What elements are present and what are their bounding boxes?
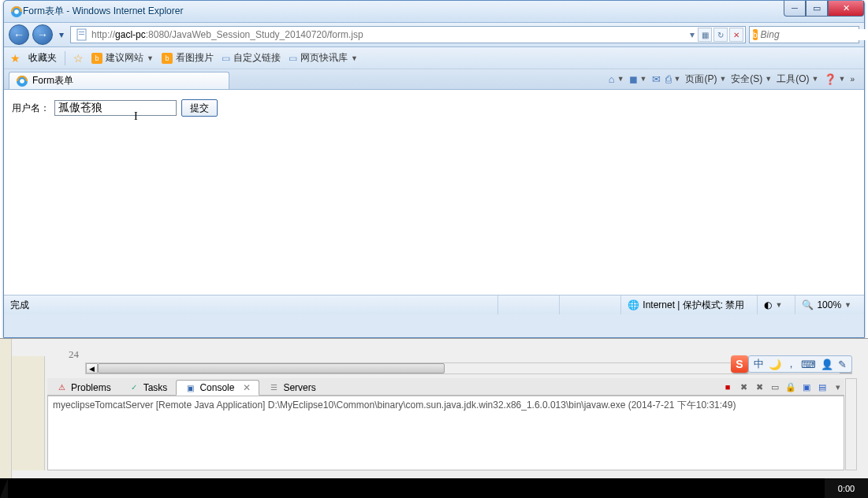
fav-image-search[interactable]: b看图搜片 bbox=[162, 51, 214, 65]
tab-form[interactable]: Form表单 bbox=[9, 72, 229, 89]
zoom-icon: 🔍 bbox=[802, 299, 814, 310]
console-line: myeclipseTomcatServer [Remote Java Appli… bbox=[53, 400, 736, 411]
stop-icon[interactable]: ✕ bbox=[729, 28, 743, 42]
dropdown-icon: ▼ bbox=[147, 54, 154, 62]
window-title: Form表单 - Windows Internet Explorer bbox=[23, 5, 784, 18]
svg-point-6 bbox=[20, 79, 24, 84]
remove-launch-icon[interactable]: ✖ bbox=[737, 381, 750, 393]
search-input[interactable] bbox=[761, 29, 868, 40]
maximize-button[interactable]: ▭ bbox=[806, 1, 828, 17]
rss-icon: ▭ bbox=[289, 53, 297, 64]
forward-button[interactable]: → bbox=[32, 24, 53, 45]
expand-icon[interactable]: » bbox=[850, 75, 855, 84]
submit-button[interactable]: 提交 bbox=[181, 99, 218, 117]
console-icon: ▣ bbox=[184, 382, 196, 393]
page-icon bbox=[76, 28, 88, 41]
status-cell bbox=[559, 295, 614, 314]
svg-point-1 bbox=[14, 9, 19, 14]
console-toolbar: ■ ✖ ✖ ▭ 🔒 ▣ ▤ ▾ bbox=[721, 378, 844, 396]
add-favorite-icon[interactable]: ☆ bbox=[73, 52, 84, 65]
page-menu[interactable]: 页面(P)▼ bbox=[685, 72, 726, 86]
mail-button[interactable]: ✉ bbox=[652, 73, 661, 85]
ie-browser-window: Form表单 - Windows Internet Explorer ─ ▭ ✕… bbox=[3, 0, 865, 338]
bing-icon: b bbox=[162, 53, 173, 64]
ime-keyboard-icon[interactable]: ⌨ bbox=[801, 359, 816, 370]
protected-mode-toggle[interactable]: ◐▼ bbox=[757, 295, 788, 314]
open-console-icon[interactable]: ▾ bbox=[832, 381, 844, 393]
safety-menu[interactable]: 安全(S)▼ bbox=[731, 72, 772, 86]
back-button[interactable]: ← bbox=[9, 24, 29, 45]
zone-info[interactable]: 🌐Internet | 保护模式: 禁用 bbox=[620, 295, 751, 314]
mail-icon: ✉ bbox=[652, 73, 661, 85]
scroll-left-icon[interactable]: ◀ bbox=[86, 363, 98, 374]
remove-all-icon[interactable]: ✖ bbox=[753, 381, 766, 393]
home-icon: ⌂ bbox=[609, 73, 615, 85]
favorites-star-icon[interactable]: ★ bbox=[10, 52, 20, 65]
ime-badge[interactable]: S bbox=[731, 355, 748, 373]
ime-cn-icon[interactable]: 中 bbox=[754, 357, 764, 371]
shield-icon: ◐ bbox=[764, 299, 772, 310]
tab-problems[interactable]: ⚠Problems bbox=[47, 379, 120, 395]
ie-icon bbox=[16, 75, 28, 87]
globe-icon: 🌐 bbox=[628, 299, 639, 310]
page-icon: ▭ bbox=[222, 53, 230, 64]
command-bar: ⌂▼ ◼▼ ✉ ⎙▼ 页面(P)▼ 安全(S)▼ 工具(O)▼ ❓▼ » bbox=[609, 69, 859, 89]
ime-settings-icon[interactable]: ✎ bbox=[838, 359, 847, 370]
close-icon[interactable]: ✕ bbox=[243, 382, 251, 393]
tab-servers[interactable]: ☰Servers bbox=[259, 379, 324, 395]
editor-line-number: 24 bbox=[47, 348, 79, 361]
ie-icon bbox=[10, 6, 23, 18]
help-icon: ❓ bbox=[824, 73, 836, 85]
scroll-lock-icon[interactable]: 🔒 bbox=[784, 381, 797, 393]
taskbar[interactable]: 0:00 bbox=[0, 478, 868, 498]
username-input[interactable] bbox=[54, 100, 177, 116]
status-cell bbox=[497, 295, 553, 314]
fav-suggest-sites[interactable]: b建议网站▼ bbox=[91, 51, 154, 65]
console-output[interactable]: myeclipseTomcatServer [Remote Java Appli… bbox=[47, 396, 844, 470]
rss-icon: ◼ bbox=[629, 73, 638, 85]
ide-ruler-gutter bbox=[12, 356, 45, 470]
terminate-icon[interactable]: ■ bbox=[721, 381, 734, 393]
taskbar-clock[interactable]: 0:00 bbox=[825, 478, 868, 498]
refresh-icon[interactable]: ↻ bbox=[713, 28, 728, 42]
ime-moon-icon[interactable]: 🌙 bbox=[769, 359, 781, 370]
nav-toolbar: ← → ▾ http://gacl-pc:8080/JavaWeb_Sessio… bbox=[4, 23, 864, 47]
taskbar-notch bbox=[0, 478, 8, 498]
scroll-track[interactable] bbox=[98, 363, 840, 374]
pin-console-icon[interactable]: ▣ bbox=[800, 381, 813, 393]
problems-icon: ⚠ bbox=[56, 382, 67, 393]
help-button[interactable]: ❓▼ bbox=[824, 73, 846, 85]
fav-custom-links[interactable]: ▭自定义链接 bbox=[222, 51, 281, 65]
tab-tasks[interactable]: ✓Tasks bbox=[120, 379, 177, 395]
minimize-button[interactable]: ─ bbox=[784, 1, 806, 17]
clear-console-icon[interactable]: ▭ bbox=[769, 381, 781, 393]
compat-view-icon[interactable]: ▦ bbox=[698, 28, 712, 42]
home-button[interactable]: ⌂▼ bbox=[609, 73, 624, 85]
zoom-control[interactable]: 🔍100%▼ bbox=[795, 295, 858, 314]
nav-history-dropdown[interactable]: ▾ bbox=[56, 29, 67, 40]
url-text: http://gacl-pc:8080/JavaWeb_Session_Stud… bbox=[91, 29, 687, 41]
address-bar[interactable]: http://gacl-pc:8080/JavaWeb_Session_Stud… bbox=[70, 26, 746, 43]
ide-vertical-scrollbar[interactable] bbox=[845, 378, 857, 470]
scroll-thumb[interactable] bbox=[98, 363, 445, 374]
display-console-icon[interactable]: ▤ bbox=[816, 381, 829, 393]
ime-punct-icon[interactable]: ， bbox=[786, 357, 796, 371]
favorites-label[interactable]: 收藏夹 bbox=[28, 51, 57, 65]
ime-user-icon[interactable]: 👤 bbox=[821, 359, 833, 370]
url-dropdown-icon[interactable]: ▾ bbox=[687, 29, 698, 40]
status-bar: 完成 🌐Internet | 保护模式: 禁用 ◐▼ 🔍100%▼ bbox=[4, 295, 864, 314]
tab-console[interactable]: ▣Console✕ bbox=[176, 380, 259, 396]
fav-web-slices[interactable]: ▭网页快讯库▼ bbox=[289, 51, 358, 65]
ide-left-gutter bbox=[0, 339, 12, 478]
print-button[interactable]: ⎙▼ bbox=[665, 73, 681, 85]
ime-toolbar[interactable]: 中 🌙 ， ⌨ 👤 ✎ bbox=[748, 355, 852, 373]
page-content: 用户名： I 提交 bbox=[4, 90, 864, 295]
feeds-button[interactable]: ◼▼ bbox=[629, 73, 647, 85]
close-button[interactable]: ✕ bbox=[828, 1, 864, 17]
search-box[interactable]: b ▾ bbox=[749, 26, 859, 43]
titlebar[interactable]: Form表单 - Windows Internet Explorer ─ ▭ ✕ bbox=[4, 1, 864, 23]
bing-icon: b bbox=[91, 53, 102, 64]
tools-menu[interactable]: 工具(O)▼ bbox=[777, 72, 818, 86]
print-icon: ⎙ bbox=[665, 73, 672, 85]
url-actions: ▦ ↻ ✕ bbox=[698, 28, 743, 42]
